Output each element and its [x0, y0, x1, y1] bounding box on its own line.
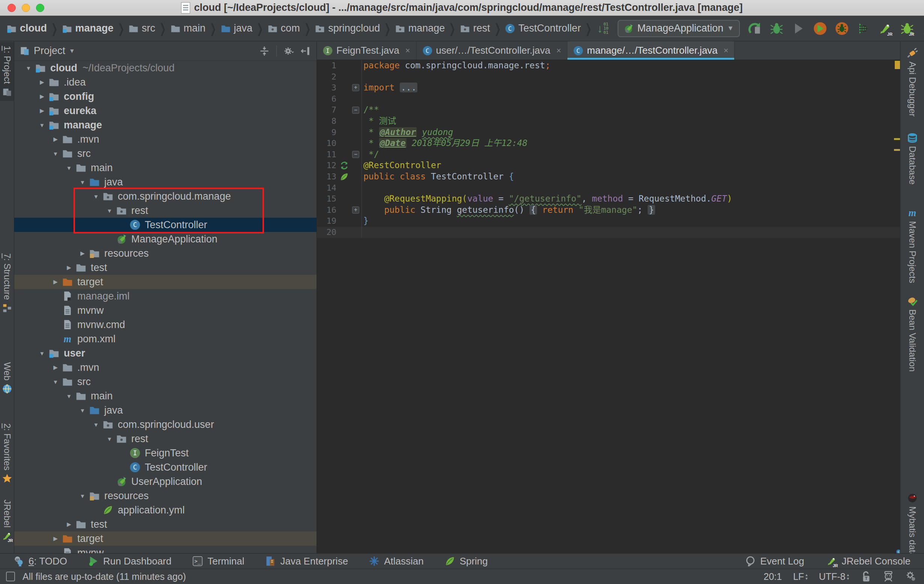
code-line-8[interactable]: 8 * 测试	[317, 116, 900, 127]
tree-item-resources[interactable]: ▶resources	[14, 246, 317, 260]
tree-item-.idea[interactable]: ▶.idea	[14, 75, 317, 89]
editor-tab-FeignTestjava[interactable]: IFeignTest.java×	[317, 41, 417, 60]
settings-gear-icon[interactable]	[284, 46, 294, 56]
expand-arrow-icon[interactable]: ▼	[35, 122, 49, 128]
collapse-arrow-icon[interactable]: ▶	[35, 79, 49, 86]
breadcrumb-item-springcloud[interactable]: springcloud	[315, 23, 380, 34]
tool-stripe-button-project[interactable]: 1: Project	[0, 42, 14, 101]
collapse-arrow-icon[interactable]: ▶	[62, 521, 76, 528]
tree-item-config[interactable]: ▶config	[14, 89, 317, 104]
code-line-20[interactable]: 20	[317, 227, 900, 238]
tree-item-main[interactable]: ▼main	[14, 160, 317, 175]
expand-arrow-icon[interactable]: ▼	[62, 393, 76, 399]
collapse-arrow-icon[interactable]: ▶	[62, 264, 76, 271]
editor-tab-userTestControllerjava[interactable]: Cuser/…/TestController.java×	[417, 41, 568, 60]
collapse-arrow-icon[interactable]: ▶	[49, 535, 62, 542]
tree-item-mvnw.cmd[interactable]: mvnw.cmd	[14, 318, 317, 332]
jrebel-run-icon[interactable]: JR	[879, 22, 892, 35]
spring-controller-icon[interactable]: c	[338, 172, 350, 181]
expand-arrow-icon[interactable]: ▼	[49, 151, 62, 157]
tool-stripe-button-database[interactable]: Database	[900, 132, 924, 185]
tree-item-TestController[interactable]: CTestController	[14, 218, 317, 232]
inspections-gear-icon[interactable]	[905, 571, 916, 582]
breadcrumb-item-com[interactable]: com	[268, 23, 300, 34]
code-line-19[interactable]: 19}	[317, 215, 900, 227]
tree-item-pom.xml[interactable]: mpom.xml	[14, 332, 317, 346]
fold-marker-icon[interactable]: −	[350, 104, 362, 116]
jrebel-debug-icon[interactable]: JR	[900, 22, 914, 35]
collapse-arrow-icon[interactable]: ▶	[76, 250, 89, 257]
tree-item-FeignTest[interactable]: IFeignTest	[14, 446, 317, 460]
expand-arrow-icon[interactable]: ▼	[76, 407, 89, 414]
breadcrumb-item-TestController[interactable]: CTestController	[505, 23, 581, 34]
tree-item-mvnw[interactable]: mvnw	[14, 303, 317, 318]
caret-position-widget[interactable]: 20:1	[764, 571, 782, 582]
code-line-14[interactable]: 14	[317, 182, 900, 194]
expand-arrow-icon[interactable]: ▼	[103, 208, 116, 214]
run-icon[interactable]	[748, 22, 762, 35]
tree-item-target[interactable]: ▶target	[14, 275, 317, 289]
line-ending-widget[interactable]: LF▴▾	[793, 571, 808, 582]
collapse-arrow-icon[interactable]: ▶	[35, 93, 49, 100]
editor-tab-manageTestControllerjava[interactable]: Cmanage/…/TestController.java×	[568, 41, 734, 60]
run-configuration-select[interactable]: ⏻ManageApplication▼	[618, 20, 740, 37]
expand-arrow-icon[interactable]: ▼	[35, 350, 49, 357]
close-tab-icon[interactable]: ×	[556, 46, 561, 56]
debug-icon[interactable]	[770, 22, 784, 35]
coverage-icon[interactable]	[857, 22, 870, 35]
code-line-10[interactable]: 10 * @Date 2018年05月29日 上午12:48	[317, 138, 900, 149]
tree-item-eureka[interactable]: ▶eureka	[14, 104, 317, 118]
tree-item-rest[interactable]: ▼rest	[14, 203, 317, 218]
minimize-window-button[interactable]	[22, 4, 30, 12]
traffic-lights[interactable]	[8, 4, 44, 12]
tree-item-TestController[interactable]: CTestController	[14, 460, 317, 475]
breadcrumb-item-src[interactable]: src	[129, 23, 155, 34]
tree-item-com.springcloud.user[interactable]: ▼com.springcloud.user	[14, 417, 317, 432]
code-line-2[interactable]: 2	[317, 71, 900, 83]
breadcrumb-item-main[interactable]: main	[171, 23, 206, 34]
fold-marker-icon[interactable]: +	[350, 82, 362, 93]
toolwindow-button-terminal[interactable]: >_Terminal	[192, 556, 244, 567]
tree-item-manage.iml[interactable]: manage.iml	[14, 289, 317, 303]
tree-item-java[interactable]: ▼java	[14, 403, 317, 417]
code-editor[interactable]: 1package com.springcloud.manage.rest;23+…	[317, 60, 900, 553]
profiler-run-icon[interactable]	[813, 22, 827, 35]
breadcrumb-item-manage[interactable]: manage	[395, 23, 445, 34]
expand-arrow-icon[interactable]: ▼	[76, 179, 89, 185]
play-disabled-icon[interactable]	[792, 22, 805, 35]
breadcrumb-item-cloud[interactable]: cloud	[7, 23, 47, 34]
tool-stripe-button-structure[interactable]: 7: Structure	[0, 253, 14, 313]
spring-bean-icon[interactable]	[338, 161, 350, 170]
toolwindow-toggle-icon[interactable]	[6, 572, 15, 581]
tree-item-manage[interactable]: ▼manage	[14, 118, 317, 132]
tree-item-UserApplication[interactable]: ⏻UserApplication	[14, 475, 317, 489]
collapse-arrow-icon[interactable]: ▶	[49, 364, 62, 371]
tree-item-ManageApplication[interactable]: ⏻ManageApplication	[14, 232, 317, 246]
hector-icon[interactable]	[883, 571, 894, 582]
expand-arrow-icon[interactable]: ▼	[89, 422, 103, 428]
tree-item-test[interactable]: ▶test	[14, 517, 317, 531]
tree-item-.mvn[interactable]: ▶.mvn	[14, 132, 317, 146]
collapse-arrow-icon[interactable]: ▶	[49, 136, 62, 142]
expand-arrow-icon[interactable]: ▼	[62, 165, 76, 171]
expand-arrow-icon[interactable]: ▼	[49, 379, 62, 385]
tree-item-com.springcloud.manage[interactable]: ▼com.springcloud.manage	[14, 189, 317, 203]
toolwindow-button-jrebelconsole[interactable]: JRJRebel Console	[827, 556, 911, 567]
code-line-12[interactable]: 12@RestController	[317, 160, 900, 171]
breadcrumb-item-rest[interactable]: rest	[460, 23, 490, 34]
hide-panel-icon[interactable]	[301, 46, 311, 56]
code-line-11[interactable]: 11− */	[317, 149, 900, 160]
encoding-widget[interactable]: UTF-8▴▾	[819, 571, 849, 582]
profiler-debug-icon[interactable]	[835, 22, 849, 35]
tool-stripe-button-jrebel[interactable]: JRebelJR	[0, 500, 14, 541]
toolwindow-button-todo[interactable]: 6: TODO	[13, 556, 67, 567]
tree-item-user[interactable]: ▼user	[14, 346, 317, 360]
fold-marker-icon[interactable]: −	[350, 149, 362, 160]
tree-item-cloud[interactable]: ▼cloud~/IdeaProjects/cloud	[14, 61, 317, 75]
tree-item-resources[interactable]: ▼resources	[14, 489, 317, 503]
tool-stripe-button-web[interactable]: Web	[0, 362, 14, 394]
collapse-arrow-icon[interactable]: ▶	[49, 278, 62, 285]
close-tab-icon[interactable]: ×	[724, 46, 729, 56]
tool-stripe-button-beanvalidation[interactable]: Bean Validation	[900, 296, 924, 372]
code-line-7[interactable]: 7−/**	[317, 104, 900, 116]
